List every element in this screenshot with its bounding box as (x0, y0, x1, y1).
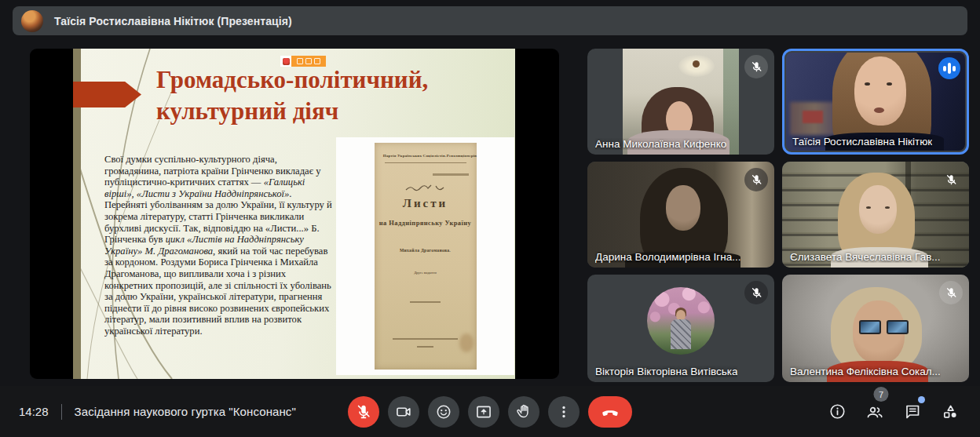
call-controls (348, 386, 632, 437)
slide-book-photo: Партія Українських Соціялістів-Революціо… (336, 137, 514, 375)
participant-tile-viktoriia[interactable]: Вікторія Вікторівна Витівська (587, 275, 774, 382)
slide-toolbar-glyph-1 (297, 58, 303, 64)
chat-notification-dot (918, 396, 925, 403)
book-title: Листи (375, 197, 477, 210)
mic-off-icon (750, 286, 763, 300)
participant-name: Вікторія Вікторівна Витівська (595, 366, 737, 377)
activities-button[interactable] (931, 386, 969, 437)
slide-toolbar-glyph-2 (305, 58, 312, 64)
end-call-button[interactable] (588, 396, 632, 428)
video-scene-box (803, 111, 823, 123)
mic-off-icon (945, 173, 958, 187)
book-author: Михайла Драгоманова. (375, 248, 477, 253)
book-title-page: Партія Українських Соціялістів-Революціо… (375, 143, 477, 370)
book-handwritten-mark (375, 183, 477, 194)
presentation-banner[interactable]: Таїсія Ростиславівна Нікітюк (Презентаці… (13, 6, 967, 35)
video-scene-person-face (666, 185, 700, 231)
meeting-info: 14:28 Засідання наукового гуртка "Консон… (19, 386, 296, 437)
avatar (647, 287, 715, 355)
video-scene-person-glasses (859, 320, 909, 334)
video-scene-person-eye (885, 206, 890, 209)
participant-tile-valentyna[interactable]: Валентина Феліксівна Сокал... (782, 275, 969, 382)
slide-body-text: Свої думки суспільно-культурного діяча, … (104, 154, 335, 337)
slide-title-line-1: Громадсько-політичний, (156, 64, 502, 96)
present-screen-button[interactable] (468, 396, 499, 428)
mic-toggle-button[interactable] (348, 396, 379, 428)
emoji-icon (435, 403, 452, 421)
participant-name: Єлизавета Вячеславівна Гав... (790, 251, 941, 263)
participant-tile-daryna[interactable]: Дарина Володимирівна Ігна... (587, 162, 774, 268)
panel-controls: 7 (818, 386, 969, 437)
video-scene-person-eye (865, 82, 870, 86)
present-screen-icon (475, 403, 492, 421)
book-edition: Друге видання (375, 271, 477, 275)
mic-muted-indicator (939, 168, 963, 191)
participant-name: Таїсія Ростиславівна Нікітюк (792, 136, 932, 147)
participant-tile-anna[interactable]: Анна Миколаївна Кифенко (587, 49, 774, 155)
video-scene-person-eye (887, 82, 892, 86)
book-subtitle: на Наддніпрянську Україну (375, 219, 477, 227)
meeting-details-button[interactable] (818, 386, 856, 437)
clock: 14:28 (19, 405, 49, 418)
glasses-lens (859, 320, 881, 334)
activities-icon (941, 402, 960, 421)
mic-off-icon (750, 60, 763, 74)
book-ornament (410, 301, 441, 303)
presenter-name-label: Таїсія Ростиславівна Нікітюк (Презентаці… (54, 15, 292, 27)
book-header-rule (385, 162, 466, 163)
mic-off-icon (945, 286, 958, 300)
raise-hand-button[interactable] (508, 396, 539, 428)
avatar-person-torso (671, 319, 691, 349)
video-scene-person-eye (866, 206, 871, 209)
info-icon (828, 402, 847, 421)
meeting-name: Засідання наукового гуртка "Консонанс" (75, 405, 296, 418)
divider (61, 404, 62, 420)
chat-icon (903, 402, 922, 421)
end-call-icon (600, 402, 620, 422)
video-scene-person-face (859, 185, 897, 234)
camera-toggle-button[interactable] (388, 396, 419, 428)
more-options-button[interactable] (548, 396, 580, 428)
book-imprint-line-2 (417, 346, 433, 348)
video-scene-person-face (854, 56, 906, 126)
slide-arrow-accent (73, 82, 141, 107)
raise-hand-icon (515, 403, 532, 421)
mic-off-icon (355, 403, 372, 421)
mic-muted-indicator (744, 281, 768, 304)
more-vertical-icon (555, 403, 572, 421)
mic-muted-indicator (939, 281, 963, 304)
book-imprint-line-1 (393, 338, 458, 340)
chat-panel-button[interactable] (894, 386, 931, 437)
participant-grid: Анна Миколаївна Кифенко Таїсія Ростислав… (587, 49, 969, 382)
slide-title: Громадсько-політичний, культурний діяч (156, 64, 502, 127)
mic-muted-indicator (744, 168, 768, 191)
people-icon (865, 402, 884, 421)
video-scene-lamp (693, 60, 700, 67)
slide-toolbar-glyph-3 (314, 58, 320, 64)
book-stain (459, 333, 474, 352)
participants-panel-button[interactable]: 7 (856, 386, 894, 437)
participant-tile-yelyzaveta[interactable]: Єлизавета Вячеславівна Гав... (782, 162, 969, 268)
presenter-avatar (21, 10, 43, 32)
participant-tile-taisiia[interactable]: Таїсія Ростиславівна Нікітюк (782, 49, 969, 155)
participants-count-badge: 7 (873, 387, 888, 402)
mic-muted-indicator (744, 55, 768, 78)
bottom-bar: 14:28 Засідання наукового гуртка "Консон… (0, 386, 980, 437)
book-header: Партія Українських Соціялістів-Революціо… (375, 154, 486, 158)
book-epigraph-line (433, 173, 469, 176)
participant-name: Дарина Володимирівна Ігна... (595, 251, 740, 263)
video-scene-person-mouth (874, 107, 884, 113)
mic-off-icon (750, 173, 763, 187)
slide: Громадсько-політичний, культурний діяч С… (73, 49, 515, 379)
participant-name: Валентина Феліксівна Сокал... (790, 366, 941, 377)
glasses-lens (887, 320, 909, 334)
presentation-stage[interactable]: Громадсько-політичний, культурний діяч С… (30, 49, 559, 379)
participant-name: Анна Миколаївна Кифенко (595, 138, 726, 150)
reactions-button[interactable] (428, 396, 459, 428)
camera-icon (395, 403, 412, 421)
slide-title-line-2: культурний діяч (156, 96, 502, 127)
speaking-audio-indicator (938, 57, 960, 79)
